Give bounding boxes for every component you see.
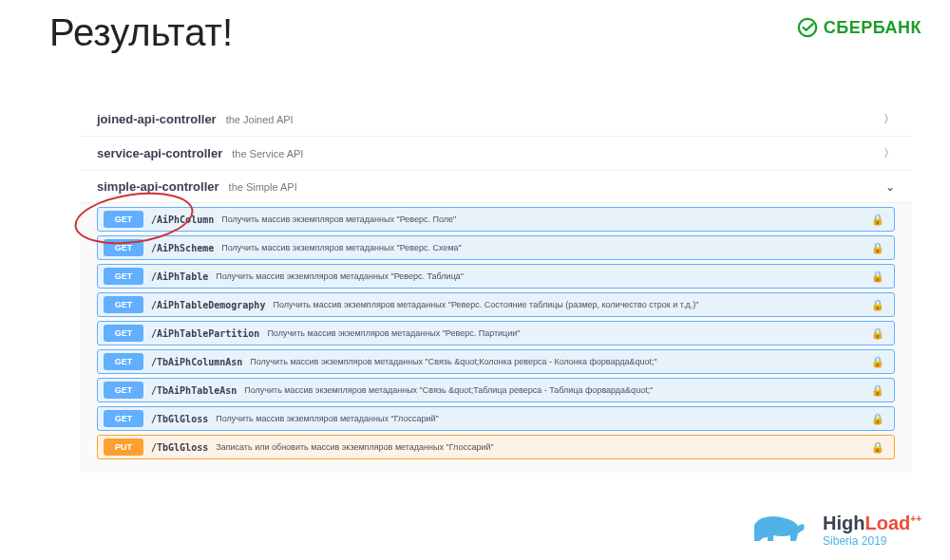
lock-icon[interactable]: 🔒 xyxy=(871,384,884,397)
lock-icon[interactable]: 🔒 xyxy=(871,214,884,226)
lock-icon[interactable]: 🔒 xyxy=(871,413,884,425)
endpoint-row[interactable]: GET /AiPhTable Получить массив экземпляр… xyxy=(97,264,895,289)
controller-service[interactable]: service-api-controller the Service API 〉 xyxy=(80,137,912,171)
endpoint-desc: Получить массив экземпляров метаданных "… xyxy=(216,414,871,423)
bear-icon xyxy=(745,509,811,551)
lock-icon[interactable]: 🔒 xyxy=(871,356,884,368)
endpoint-desc: Получить массив экземпляров метаданных "… xyxy=(221,215,871,224)
method-badge: GET xyxy=(104,211,143,228)
endpoint-row[interactable]: GET /TbAiPhTableAsn Получить массив экзе… xyxy=(97,378,895,402)
chevron-down-icon: ⌄ xyxy=(885,180,895,194)
endpoint-path: /TbAiPhColumnAsn xyxy=(151,357,242,367)
lock-icon[interactable]: 🔒 xyxy=(871,299,884,311)
endpoint-row[interactable]: GET /AiPhColumn Получить массив экземпля… xyxy=(97,207,895,232)
endpoint-desc: Получить массив экземпляров метаданных "… xyxy=(267,328,871,338)
endpoint-desc: Записать или обновить массив экземпляров… xyxy=(216,442,871,452)
highload-plus: ++ xyxy=(910,513,922,524)
method-badge: GET xyxy=(104,325,143,342)
endpoint-row[interactable]: GET /AiPhTablePartition Получить массив … xyxy=(97,321,895,345)
method-badge: PUT xyxy=(104,439,143,456)
controller-name: simple-api-controller xyxy=(97,179,219,194)
footer-logos: HighLoad++ Siberia 2019 xyxy=(745,509,922,551)
endpoint-desc: Получить массив экземпляров метаданных "… xyxy=(221,243,871,252)
chevron-right-icon: 〉 xyxy=(884,145,895,161)
endpoint-path: /AiPhTable xyxy=(151,271,208,282)
endpoint-path: /TbGlGloss xyxy=(151,414,208,424)
lock-icon[interactable]: 🔒 xyxy=(871,441,884,454)
endpoint-row[interactable]: PUT /TbGlGloss Записать или обновить мас… xyxy=(97,435,895,459)
endpoint-row[interactable]: GET /AiPhTableDemography Получить массив… xyxy=(97,292,895,317)
controller-name: joined-api-controller xyxy=(97,112,217,126)
controller-desc: the Simple API xyxy=(229,181,297,193)
highload-sub: Siberia 2019 xyxy=(823,534,922,548)
sberbank-icon xyxy=(797,17,818,38)
lock-icon[interactable]: 🔒 xyxy=(871,242,884,254)
method-badge: GET xyxy=(104,410,143,427)
endpoint-path: /TbGlGloss xyxy=(151,442,208,453)
endpoint-row[interactable]: GET /AiPhScheme Получить массив экземпля… xyxy=(97,235,895,260)
controller-desc: the Joined API xyxy=(226,114,294,125)
controller-name: service-api-controller xyxy=(97,146,222,160)
endpoint-row[interactable]: GET /TbAiPhColumnAsn Получить массив экз… xyxy=(97,349,895,374)
method-badge: GET xyxy=(104,353,143,370)
endpoint-desc: Получить массив экземпляров метаданных "… xyxy=(273,300,871,309)
chevron-right-icon: 〉 xyxy=(884,111,895,127)
highload-load: Load xyxy=(865,513,911,533)
endpoint-row[interactable]: GET /TbGlGloss Получить массив экземпляр… xyxy=(97,406,895,431)
highload-high: High xyxy=(823,513,864,533)
controller-desc: the Service API xyxy=(232,148,303,159)
sberbank-logo: СБЕРБАНК xyxy=(797,17,922,38)
endpoint-desc: Получить массив экземпляров метаданных "… xyxy=(250,357,871,366)
endpoint-path: /AiPhTableDemography xyxy=(151,300,265,310)
endpoint-desc: Получить массив экземпляров метаданных "… xyxy=(244,385,871,395)
controller-joined[interactable]: joined-api-controller the Joined API 〉 xyxy=(80,103,912,137)
lock-icon[interactable]: 🔒 xyxy=(871,327,884,340)
method-badge: GET xyxy=(104,239,143,256)
highload-logo: HighLoad++ Siberia 2019 xyxy=(823,513,922,548)
method-badge: GET xyxy=(104,296,143,313)
endpoint-list: GET /AiPhColumn Получить массив экземпля… xyxy=(80,207,912,459)
sberbank-text: СБЕРБАНК xyxy=(824,18,922,38)
method-badge: GET xyxy=(104,268,143,285)
endpoint-desc: Получить массив экземпляров метаданных "… xyxy=(216,271,871,281)
endpoint-path: /TbAiPhTableAsn xyxy=(151,385,237,396)
method-badge: GET xyxy=(104,382,143,399)
slide-title: Результат! xyxy=(49,11,233,54)
endpoint-path: /AiPhTablePartition xyxy=(151,328,259,339)
endpoint-path: /AiPhColumn xyxy=(151,215,214,225)
swagger-panel: joined-api-controller the Joined API 〉 s… xyxy=(80,103,912,473)
controller-simple[interactable]: simple-api-controller the Simple API ⌄ xyxy=(80,171,912,203)
endpoint-path: /AiPhScheme xyxy=(151,243,214,253)
lock-icon[interactable]: 🔒 xyxy=(871,271,884,283)
